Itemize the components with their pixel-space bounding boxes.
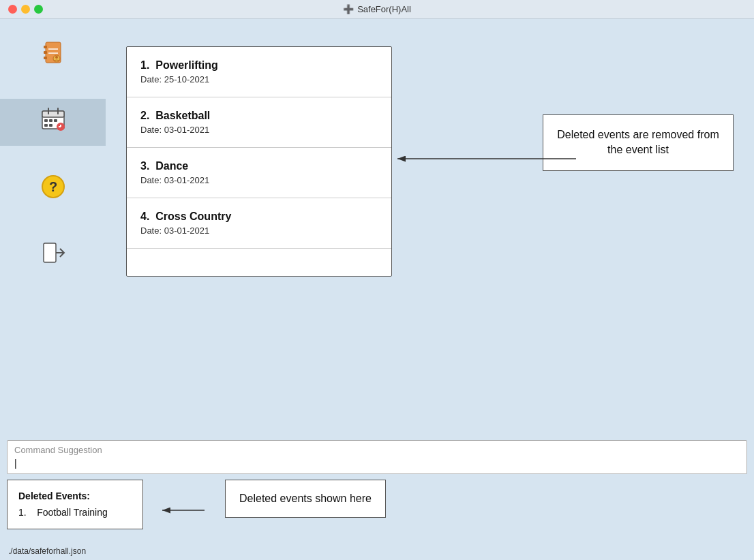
- event-name-3: 3. Dance: [140, 160, 378, 172]
- event-name-1: 1. Powerlifting: [140, 59, 378, 72]
- svg-rect-2: [44, 51, 47, 54]
- event-date-3: Date: 03-01-2021: [140, 175, 378, 185]
- svg-rect-22: [44, 243, 56, 262]
- event-list-panel: 1. Powerlifting Date: 25-10-2021 2. Bask…: [126, 46, 392, 277]
- panel-footer: [127, 249, 391, 276]
- callout-deleted: Deleted events shown here: [225, 480, 386, 518]
- calendar-icon: [40, 106, 67, 139]
- callout-removed: Deleted events are removed from the even…: [543, 114, 734, 171]
- logout-icon: [41, 240, 65, 270]
- sidebar: ?: [0, 19, 106, 436]
- deleted-events-title: Deleted Events:: [18, 488, 132, 503]
- command-input[interactable]: |: [14, 458, 740, 469]
- sidebar-item-help[interactable]: ?: [0, 166, 106, 213]
- deleted-event-item-1: 1. Football Training: [18, 505, 132, 520]
- svg-point-7: [55, 56, 58, 59]
- event-name-2: 2. Basketball: [140, 110, 378, 122]
- callout-deleted-text: Deleted events shown here: [239, 493, 372, 504]
- callout-removed-text: Deleted events are removed from the even…: [557, 129, 719, 155]
- svg-rect-16: [49, 124, 52, 127]
- filepath: ./data/safeforhall.json: [7, 544, 747, 557]
- help-icon: ?: [40, 173, 67, 206]
- sidebar-item-logout[interactable]: [0, 234, 106, 277]
- content-area: 1. Powerlifting Date: 25-10-2021 2. Bask…: [106, 19, 754, 436]
- svg-rect-14: [54, 119, 57, 122]
- event-item-4[interactable]: 4. Cross Country Date: 03-01-2021: [127, 198, 391, 249]
- minimize-button[interactable]: [21, 5, 30, 14]
- app-icon: ➕: [343, 4, 354, 14]
- sidebar-item-calendar[interactable]: [0, 99, 106, 146]
- event-date-1: Date: 25-10-2021: [140, 74, 378, 84]
- close-button[interactable]: [8, 5, 17, 14]
- titlebar: ➕ SafeFor(H)All: [0, 0, 754, 19]
- deleted-row: Deleted Events: 1. Football Training Del…: [7, 480, 747, 541]
- event-item-1[interactable]: 1. Powerlifting Date: 25-10-2021: [127, 47, 391, 97]
- svg-rect-12: [44, 119, 48, 122]
- app-title: ➕ SafeFor(H)All: [343, 4, 411, 14]
- command-label: Command Suggestion: [14, 445, 740, 455]
- maximize-button[interactable]: [34, 5, 43, 14]
- main-area: ? 1. Powerlifting Date: 25-10-2021 2. Ba…: [0, 19, 754, 436]
- command-box[interactable]: Command Suggestion |: [7, 440, 747, 474]
- svg-rect-1: [44, 46, 47, 48]
- svg-rect-13: [49, 119, 52, 122]
- event-date-2: Date: 03-01-2021: [140, 125, 378, 135]
- svg-text:?: ?: [48, 179, 57, 194]
- sidebar-item-contacts[interactable]: [0, 33, 106, 78]
- window-controls[interactable]: [8, 5, 43, 14]
- svg-rect-15: [44, 124, 48, 127]
- app-body: ? 1. Powerlifting Date: 25-10-2021 2. Ba…: [0, 19, 754, 560]
- contacts-icon: [40, 40, 66, 72]
- deleted-events-box: Deleted Events: 1. Football Training: [7, 480, 143, 529]
- deleted-arrow-svg: [157, 490, 211, 531]
- app-name: SafeFor(H)All: [357, 4, 411, 14]
- svg-rect-3: [44, 57, 47, 59]
- event-item-2[interactable]: 2. Basketball Date: 03-01-2021: [127, 97, 391, 148]
- event-name-4: 4. Cross Country: [140, 211, 378, 223]
- svg-rect-9: [42, 111, 64, 117]
- bottom-section: Command Suggestion | Deleted Events: 1. …: [0, 436, 754, 560]
- event-item-3[interactable]: 3. Dance Date: 03-01-2021: [127, 148, 391, 198]
- event-date-4: Date: 03-01-2021: [140, 225, 378, 236]
